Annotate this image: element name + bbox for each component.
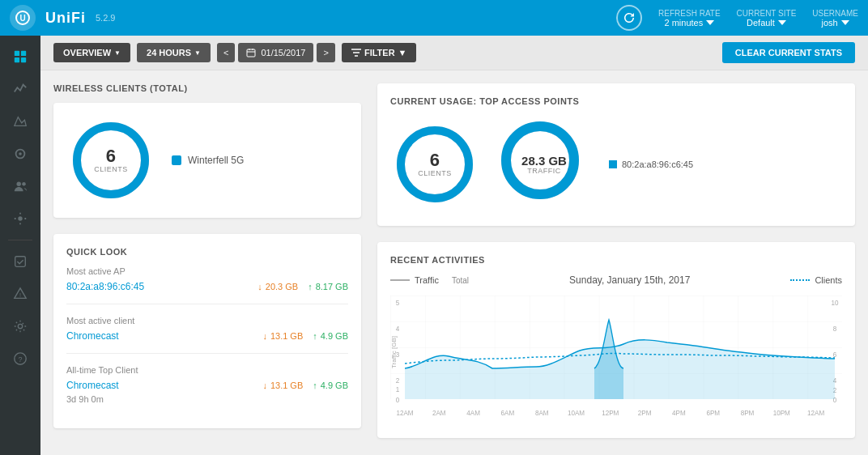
- legend-clients-label: Clients: [815, 275, 842, 285]
- ap-legend-name[interactable]: 80:2a:a8:96:c6:45: [622, 159, 693, 169]
- calendar-icon: [246, 48, 256, 57]
- filter-button[interactable]: FILTER ▼: [342, 43, 417, 62]
- legend-traffic-label: Traffic: [415, 275, 439, 285]
- sidebar-item-alerts[interactable]: !: [4, 279, 36, 308]
- svg-rect-12: [15, 257, 26, 267]
- svg-rect-17: [247, 49, 255, 57]
- sidebar-item-tasks[interactable]: [4, 247, 36, 276]
- overview-arrow-icon: ▼: [114, 49, 121, 57]
- most-active-ap-label: Most active AP: [66, 266, 348, 276]
- refresh-rate-dropdown[interactable]: 2 minutes: [664, 18, 714, 28]
- svg-text:8PM: 8PM: [741, 409, 755, 418]
- sidebar: ! ?: [0, 36, 40, 455]
- ap-legend-dot-icon: [609, 160, 617, 168]
- client-up-stat: ↑ 4.9 GB: [313, 331, 348, 341]
- version-text: 5.2.9: [96, 13, 115, 23]
- ap-clients-donut-label: CLIENTS: [418, 169, 452, 177]
- current-site-item[interactable]: CURRENT SITE Default: [737, 9, 797, 28]
- right-panel: CURRENT USAGE: TOP ACCESS POINTS 6 CLIEN…: [377, 83, 855, 438]
- top-ap-charts: 6 CLIENTS 28.3 GB TRAFFIC: [390, 116, 842, 213]
- alltop-down-arrow-icon: ↓: [262, 381, 267, 390]
- sidebar-item-dashboard[interactable]: [4, 42, 36, 71]
- site-value: Default: [747, 18, 775, 28]
- activity-chart-svg: 5 4 3 2 1 0 Traffic [GB] 10 8 6: [390, 296, 842, 425]
- ap-traffic-donut-wrapper: 28.3 GB TRAFFIC: [496, 116, 593, 213]
- refresh-button[interactable]: [616, 5, 642, 31]
- username-item[interactable]: USERNAME josh: [812, 9, 858, 28]
- top-navigation: U UniFi 5.2.9 REFRESH RATE 2 minutes CUR…: [0, 0, 868, 36]
- sidebar-item-support[interactable]: ?: [4, 344, 36, 373]
- recent-activities-title: RECENT ACTIVITIES: [390, 255, 842, 265]
- clients-donut-center: 6 CLIENTS: [94, 147, 128, 173]
- sidebar-item-insights[interactable]: [4, 204, 36, 233]
- most-active-ap-row: 80:2a:a8:96:c6:45 ↓ 20.3 GB ↑ 8.17 GB: [66, 281, 348, 292]
- svg-text:U: U: [19, 14, 25, 23]
- ap-up-value: 8.17 GB: [316, 282, 348, 291]
- sidebar-item-settings[interactable]: [4, 312, 36, 341]
- client-up-arrow-icon: ↑: [313, 331, 317, 341]
- svg-text:?: ?: [18, 355, 22, 364]
- most-active-ap-name[interactable]: 80:2a:a8:96:c6:45: [66, 281, 144, 292]
- sidebar-item-statistics[interactable]: [4, 74, 36, 104]
- alltop-down-value: 13.1 GB: [270, 381, 303, 390]
- date-value: 01/15/2017: [261, 48, 305, 57]
- svg-text:!: !: [19, 291, 21, 299]
- alltop-client-label: All-time Top Client: [66, 365, 348, 375]
- svg-text:8: 8: [833, 325, 837, 334]
- refresh-rate-item[interactable]: REFRESH RATE 2 minutes: [658, 9, 721, 28]
- svg-point-10: [22, 182, 26, 186]
- alltop-time: 3d 9h 0m: [66, 394, 348, 404]
- chart-date: Sunday, January 15th, 2017: [569, 274, 690, 286]
- toolbar: OVERVIEW ▼ 24 HOURS ▼ < 01/15/2017 > FIL…: [40, 36, 868, 70]
- most-active-client-row: Chromecast ↓ 13.1 GB ↑ 4.9 GB: [66, 330, 348, 342]
- svg-text:6PM: 6PM: [706, 409, 720, 418]
- legend-traffic-item: Traffic: [390, 275, 439, 285]
- brand-name: UniFi: [45, 10, 86, 27]
- date-prev-button[interactable]: <: [217, 43, 235, 62]
- left-panel: WIRELESS CLIENTS (TOTAL) 6 CLIENTS: [53, 83, 361, 438]
- most-active-client-name[interactable]: Chromecast: [66, 330, 119, 342]
- svg-text:12AM: 12AM: [807, 409, 824, 418]
- clients-donut-value: 6: [94, 147, 128, 165]
- site-dropdown[interactable]: Default: [747, 18, 786, 28]
- sidebar-item-map[interactable]: [4, 107, 36, 136]
- sidebar-item-clients[interactable]: [4, 172, 36, 201]
- svg-text:Traffic [GB]: Traffic [GB]: [391, 336, 398, 368]
- clients-donut-label: CLIENTS: [94, 165, 128, 173]
- filter-arrow-icon: ▼: [398, 48, 407, 57]
- alltop-client-name[interactable]: Chromecast: [66, 380, 119, 391]
- legend-total-label: Total: [452, 276, 469, 285]
- quick-look-section: QUICK LOOK Most active AP 80:2a:a8:96:c6…: [53, 234, 361, 428]
- user-dropdown[interactable]: josh: [822, 18, 849, 28]
- content-area: WIRELESS CLIENTS (TOTAL) 6 CLIENTS: [40, 70, 868, 451]
- svg-text:2: 2: [396, 376, 400, 385]
- chart-legend-right: Clients: [790, 275, 842, 285]
- most-active-ap-stats: ↓ 20.3 GB ↑ 8.17 GB: [257, 282, 348, 291]
- alltop-client-row: Chromecast ↓ 13.1 GB ↑ 4.9 GB: [66, 380, 348, 391]
- clear-stats-button[interactable]: CLEAR CURRENT STATS: [722, 42, 855, 63]
- legend-item-winterfell: Winterfell 5G: [172, 155, 244, 166]
- top-ap-title: CURRENT USAGE: TOP ACCESS POINTS: [390, 96, 842, 106]
- svg-point-8: [19, 152, 22, 155]
- alltop-up-stat: ↑ 4.9 GB: [313, 381, 348, 390]
- ap-down-arrow-icon: ↓: [257, 282, 262, 291]
- hours-button[interactable]: 24 HOURS ▼: [137, 43, 211, 62]
- alltop-down-stat: ↓ 13.1 GB: [262, 381, 303, 390]
- svg-text:2PM: 2PM: [638, 409, 652, 418]
- overview-button[interactable]: OVERVIEW ▼: [53, 43, 130, 62]
- svg-text:4: 4: [396, 325, 400, 334]
- legend-total-item: Total: [452, 276, 469, 285]
- wireless-clients-title: WIRELESS CLIENTS (TOTAL): [53, 83, 361, 93]
- svg-marker-6: [15, 117, 26, 126]
- svg-text:2AM: 2AM: [432, 409, 446, 418]
- svg-text:10: 10: [831, 299, 838, 308]
- sidebar-item-devices[interactable]: [4, 139, 36, 168]
- legend-dot-winterfell: [172, 155, 181, 165]
- username-label: USERNAME: [812, 9, 858, 18]
- legend-clients-item: Clients: [790, 275, 842, 285]
- top-ap-section: CURRENT USAGE: TOP ACCESS POINTS 6 CLIEN…: [377, 83, 855, 226]
- date-next-button[interactable]: >: [317, 43, 334, 62]
- client-up-value: 4.9 GB: [321, 331, 348, 341]
- svg-rect-2: [15, 51, 19, 56]
- chart-area: 5 4 3 2 1 0 Traffic [GB] 10 8 6: [390, 296, 842, 425]
